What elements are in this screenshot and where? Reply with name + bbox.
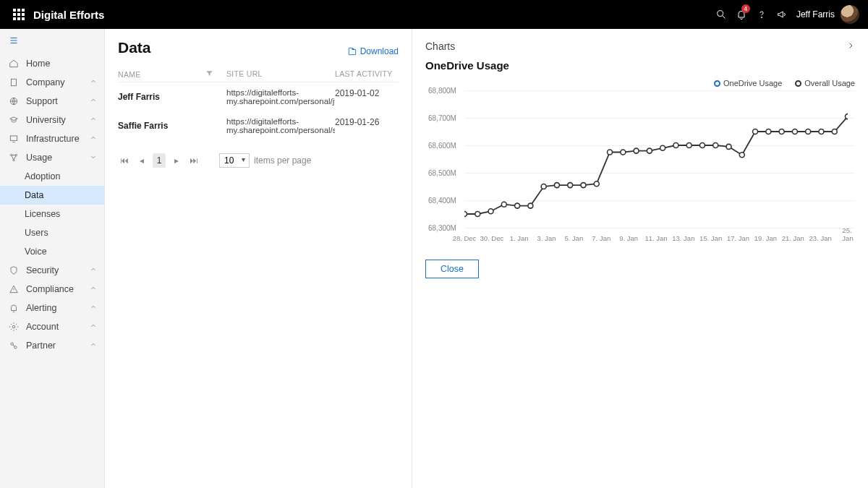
avatar[interactable] <box>841 5 859 24</box>
svg-rect-10 <box>10 136 17 140</box>
sidebar-item-home[interactable]: Home <box>0 54 104 73</box>
sidebar-item-label: Alerting <box>26 303 56 313</box>
sidebar: HomeCompanySupportUniversityInfrastructu… <box>0 29 105 488</box>
announce-icon[interactable] <box>772 0 792 29</box>
data-point[interactable] <box>739 153 744 158</box>
data-point[interactable] <box>673 143 678 148</box>
sidebar-toggle-icon[interactable] <box>0 29 104 54</box>
data-point[interactable] <box>475 212 480 217</box>
x-tick: 21. Jan <box>782 234 804 242</box>
legend-overall[interactable]: Overall Usage <box>795 79 855 87</box>
col-name[interactable]: NAME <box>118 70 141 79</box>
row-name: Saffie Farris <box>118 117 226 134</box>
help-icon[interactable] <box>752 0 772 29</box>
y-tick: 68,400M <box>428 197 456 205</box>
data-point[interactable] <box>699 143 705 148</box>
data-point[interactable] <box>686 143 692 148</box>
topbar: Digital Efforts 4 Jeff Farris <box>0 0 868 29</box>
data-point[interactable] <box>647 148 652 153</box>
data-point[interactable] <box>515 203 520 208</box>
y-tick: 68,800M <box>428 87 456 95</box>
sidebar-item-support[interactable]: Support <box>0 92 104 111</box>
user-name[interactable]: Jeff Farris <box>796 9 835 20</box>
data-point[interactable] <box>713 143 718 148</box>
data-point[interactable] <box>568 183 573 188</box>
svg-rect-6 <box>12 79 17 85</box>
data-point[interactable] <box>753 129 758 134</box>
download-button[interactable]: Download <box>347 46 399 56</box>
sidebar-sub-users[interactable]: Users <box>0 223 104 242</box>
sidebar-sub-adoption[interactable]: Adoption <box>0 167 104 186</box>
page-last-icon[interactable]: ⏭ <box>187 153 200 168</box>
sidebar-item-infrastructure[interactable]: Infrastructure <box>0 129 104 148</box>
filter-icon[interactable] <box>205 69 213 79</box>
sidebar-item-label: Infrastructure <box>26 134 80 144</box>
monitor-icon <box>7 134 20 144</box>
sidebar-item-label: Support <box>26 96 58 106</box>
panel-heading: Charts <box>425 40 455 52</box>
data-point[interactable] <box>608 150 613 155</box>
x-tick: 15. Jan <box>699 234 722 242</box>
search-icon[interactable] <box>711 0 731 29</box>
data-point[interactable] <box>488 209 493 214</box>
sidebar-sub-licenses[interactable]: Licenses <box>0 205 104 223</box>
data-point[interactable] <box>528 203 533 208</box>
page-size-select[interactable]: 10 <box>219 153 250 168</box>
sidebar-item-security[interactable]: Security <box>0 261 104 280</box>
close-button[interactable]: Close <box>425 260 479 278</box>
sidebar-item-usage[interactable]: Usage <box>0 148 104 167</box>
page-number[interactable]: 1 <box>153 153 166 168</box>
data-point[interactable] <box>819 129 824 134</box>
chevron-down-icon <box>90 153 97 163</box>
y-tick: 68,500M <box>428 169 456 177</box>
data-point[interactable] <box>846 114 848 119</box>
data-point[interactable] <box>660 145 665 150</box>
x-tick: 17. Jan <box>727 234 749 242</box>
data-point[interactable] <box>726 144 731 149</box>
notification-badge: 4 <box>741 4 750 13</box>
data-point[interactable] <box>541 184 546 189</box>
svg-line-1 <box>723 16 725 18</box>
data-list-panel: Data Download NAME SITE URL LAST ACTIVIT… <box>105 29 412 488</box>
data-point[interactable] <box>594 181 599 187</box>
data-point[interactable] <box>779 129 784 134</box>
x-tick: 25. Jan <box>842 226 853 242</box>
page-prev-icon[interactable]: ◂ <box>135 153 148 168</box>
sidebar-sub-voice[interactable]: Voice <box>0 242 104 261</box>
chevron-up-icon <box>90 77 97 87</box>
notifications-icon[interactable]: 4 <box>731 0 752 29</box>
sidebar-item-compliance[interactable]: Compliance <box>0 280 104 299</box>
col-url[interactable]: SITE URL <box>226 69 263 78</box>
chevron-up-icon <box>90 284 97 294</box>
data-point[interactable] <box>634 148 639 153</box>
x-tick: 7. Jan <box>592 234 610 242</box>
svg-point-14 <box>13 159 14 160</box>
shield-icon <box>7 265 20 275</box>
app-launcher-icon[interactable] <box>9 0 29 29</box>
legend-onedrive[interactable]: OneDrive Usage <box>714 79 782 87</box>
data-point[interactable] <box>792 129 797 134</box>
panel-collapse-icon[interactable] <box>846 40 855 52</box>
chevron-up-icon <box>90 115 97 125</box>
sidebar-item-account[interactable]: Account <box>0 317 104 336</box>
col-activity[interactable]: LAST ACTIVITY <box>335 69 393 78</box>
table-row[interactable]: Saffie Farrishttps://digitalefforts-my.s… <box>118 111 399 140</box>
x-tick: 5. Jan <box>564 234 583 242</box>
data-point[interactable] <box>832 129 837 134</box>
data-point[interactable] <box>554 183 559 188</box>
page-first-icon[interactable]: ⏮ <box>118 153 131 168</box>
data-point[interactable] <box>464 212 467 217</box>
data-point[interactable] <box>621 150 626 155</box>
table-row[interactable]: Jeff Farrishttps://digitalefforts-my.sha… <box>118 82 399 111</box>
data-point[interactable] <box>501 202 506 207</box>
page-next-icon[interactable]: ▸ <box>170 153 183 168</box>
data-point[interactable] <box>766 129 771 134</box>
sidebar-item-university[interactable]: University <box>0 111 104 129</box>
data-point[interactable] <box>581 183 586 188</box>
sidebar-item-alerting[interactable]: Alerting <box>0 299 104 317</box>
data-point[interactable] <box>806 129 811 134</box>
brand-title: Digital Efforts <box>33 9 104 21</box>
sidebar-item-company[interactable]: Company <box>0 73 104 92</box>
sidebar-item-partner[interactable]: Partner <box>0 336 104 355</box>
sidebar-sub-data[interactable]: Data <box>0 186 104 205</box>
